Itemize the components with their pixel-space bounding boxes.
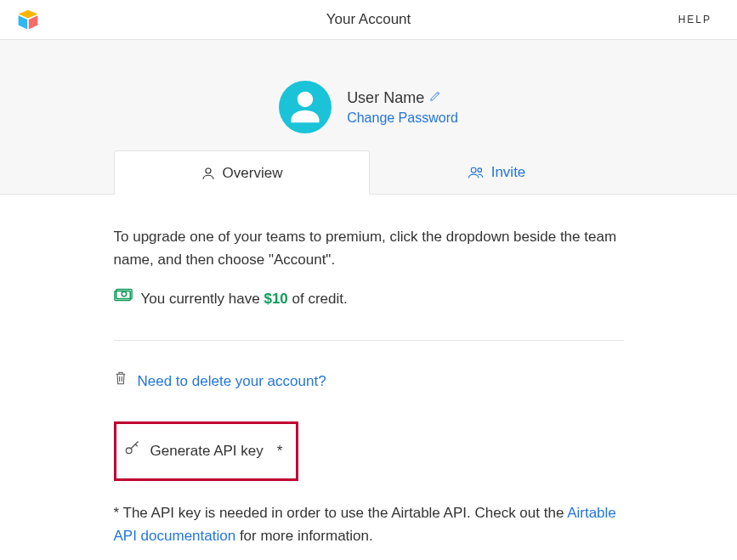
profile-section: User Name Change Password <box>0 40 737 150</box>
username-label: User Name <box>347 89 424 107</box>
api-footnote: * The API key is needed in order to use … <box>114 501 624 547</box>
app-logo[interactable] <box>17 8 39 31</box>
content-panel: To upgrade one of your teams to premium,… <box>0 195 737 560</box>
tabs-row: Overview Invite <box>0 150 737 195</box>
svg-point-8 <box>122 292 127 297</box>
divider <box>114 340 624 341</box>
svg-point-9 <box>126 448 132 454</box>
tab-invite[interactable]: Invite <box>370 150 624 195</box>
svg-point-5 <box>478 168 482 173</box>
top-header: Your Account HELP <box>0 0 737 40</box>
delete-account-row: Need to delete your account? <box>114 370 624 393</box>
asterisk: * <box>277 439 283 462</box>
svg-point-3 <box>206 168 211 173</box>
person-outline-icon <box>201 166 216 181</box>
trash-icon <box>114 370 128 393</box>
tab-overview-label: Overview <box>223 165 283 182</box>
delete-account-link[interactable]: Need to delete your account? <box>138 370 326 393</box>
edit-username-icon[interactable] <box>429 90 441 105</box>
tab-invite-label: Invite <box>491 164 526 181</box>
avatar <box>279 81 332 133</box>
credit-amount: $10 <box>264 291 287 307</box>
tab-overview[interactable]: Overview <box>114 150 370 195</box>
key-icon <box>123 439 140 463</box>
credit-text: You currently have $10 of credit. <box>141 287 348 310</box>
money-icon <box>114 286 133 310</box>
generate-api-key-link[interactable]: Generate API key <box>150 439 264 462</box>
profile-info: User Name Change Password <box>347 89 458 126</box>
person-icon <box>286 88 324 126</box>
generate-api-key-highlight: Generate API key * <box>114 421 299 481</box>
svg-marker-2 <box>29 15 38 29</box>
svg-point-4 <box>471 167 476 173</box>
upgrade-instructions: To upgrade one of your teams to premium,… <box>114 225 624 271</box>
people-icon <box>468 165 485 180</box>
page-title: Your Account <box>326 11 411 28</box>
change-password-link[interactable]: Change Password <box>347 110 458 126</box>
svg-marker-1 <box>19 15 28 29</box>
credit-row: You currently have $10 of credit. <box>114 286 624 310</box>
help-link[interactable]: HELP <box>678 14 711 25</box>
